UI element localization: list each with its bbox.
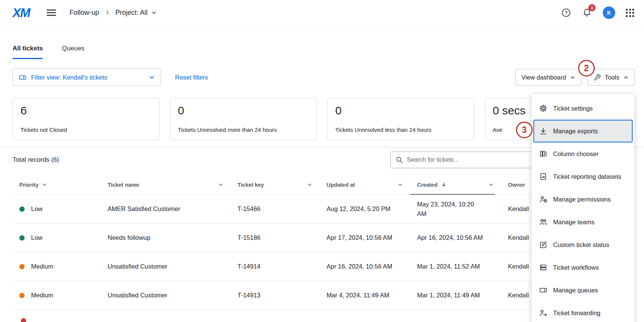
ticket-key: T-14914 bbox=[231, 263, 320, 270]
updated-at: Mar 4, 2024, 11:49 AM bbox=[320, 292, 410, 299]
column-label: Created bbox=[417, 182, 438, 188]
column-header-ticket-key[interactable]: Ticket key bbox=[231, 175, 320, 194]
chevron-down-icon bbox=[42, 182, 47, 187]
page: XM Follow-up Project: All ? 3 K bbox=[0, 0, 644, 322]
stat-value: 0 bbox=[335, 104, 466, 117]
priority-label: Low bbox=[31, 205, 42, 213]
breadcrumb-section[interactable]: Follow-up bbox=[70, 9, 99, 17]
priority-dot bbox=[19, 235, 25, 241]
breadcrumb-project-label: Project: All bbox=[116, 9, 148, 17]
tools-dropdown-menu: Ticket settings Manage exports Column ch… bbox=[531, 94, 635, 322]
filter-view-dropdown[interactable]: Filter view: Kendall's tickets bbox=[13, 69, 161, 86]
annotation-step-3: 3 bbox=[516, 122, 533, 138]
gear-icon bbox=[539, 104, 547, 113]
stat-label: Tickets Unresolved more than 24 hours bbox=[178, 127, 309, 133]
chevron-right-icon bbox=[105, 10, 110, 16]
column-header-ticket-name[interactable]: Ticket name bbox=[101, 175, 231, 194]
controls-row: Filter view: Kendall's tickets Reset fil… bbox=[13, 69, 635, 86]
view-dashboard-label: View dashboard bbox=[521, 74, 566, 81]
svg-text:?: ? bbox=[565, 10, 568, 16]
created-at: Mar 1, 2024, 11:49 AM bbox=[410, 292, 501, 299]
column-header-updated-at[interactable]: Updated at bbox=[320, 175, 410, 194]
help-icon[interactable]: ? bbox=[561, 8, 571, 18]
stat-label: Tickets not Closed bbox=[20, 127, 152, 133]
menu-item-label: Ticket reporting datasets bbox=[553, 173, 621, 180]
menu-item-label: Ticket workflows bbox=[553, 264, 599, 271]
stat-value: 0 bbox=[178, 104, 309, 117]
priority-dot bbox=[21, 318, 26, 322]
tools-button[interactable]: Tools bbox=[588, 69, 635, 86]
menu-item-label: Manage permissions bbox=[553, 196, 611, 203]
menu-item-manage-permissions[interactable]: Manage permissions bbox=[531, 188, 635, 211]
user-avatar[interactable]: K bbox=[603, 6, 615, 19]
tab-all-tickets[interactable]: All tickets bbox=[13, 45, 43, 59]
notifications-bell-icon[interactable]: 3 bbox=[582, 8, 592, 18]
annotation-step-2: 2 bbox=[578, 60, 595, 77]
created-at: Apr 16, 2024, 10:56 AM bbox=[410, 234, 501, 241]
created-at: May 23, 2024, 10:20 AM bbox=[410, 200, 501, 219]
top-bar: XM Follow-up Project: All ? 3 K bbox=[0, 0, 644, 26]
menu-item-custom-ticket-status[interactable]: Custom ticket status bbox=[531, 233, 635, 256]
menu-item-manage-queues[interactable]: Manage queues bbox=[531, 279, 635, 302]
breadcrumb-project-dropdown[interactable]: Project: All bbox=[116, 9, 157, 17]
column-header-priority[interactable]: Priority bbox=[13, 175, 101, 194]
stat-card-not-closed: 6 Tickets not Closed bbox=[13, 98, 159, 140]
ticket-key: T-15466 bbox=[231, 205, 320, 213]
column-label: Priority bbox=[19, 182, 39, 188]
chevron-down-icon bbox=[307, 182, 312, 187]
chevron-down-icon bbox=[398, 182, 403, 187]
menu-item-label: Manage queues bbox=[553, 287, 598, 294]
updated-at: Apr 17, 2024, 10:56 AM bbox=[320, 234, 410, 241]
ticket-icon bbox=[19, 73, 27, 81]
menu-item-manage-teams[interactable]: Manage teams bbox=[531, 211, 635, 233]
stack-icon bbox=[539, 263, 547, 272]
chevron-down-icon bbox=[149, 74, 155, 80]
priority-label: Low bbox=[31, 234, 42, 241]
edit-icon bbox=[539, 241, 547, 249]
menu-item-column-chooser[interactable]: Column chooser bbox=[531, 142, 635, 165]
menu-item-ticket-forwarding[interactable]: Ticket forwarding bbox=[531, 302, 635, 322]
priority-label: Medium bbox=[31, 263, 53, 270]
topbar-actions: ? 3 K bbox=[561, 6, 634, 19]
ticket-name: Unsatisfied Customer bbox=[101, 263, 231, 270]
column-header-created[interactable]: Created bbox=[410, 175, 501, 194]
filter-view-label: Filter view: Kendall's tickets bbox=[31, 74, 107, 81]
menu-item-ticket-settings[interactable]: Ticket settings bbox=[531, 97, 635, 120]
menu-item-label: Ticket settings bbox=[553, 105, 593, 112]
priority-dot bbox=[19, 206, 25, 212]
ticket-icon bbox=[539, 286, 547, 294]
chevron-down-icon bbox=[570, 75, 575, 80]
menu-item-manage-exports[interactable]: Manage exports bbox=[533, 120, 633, 142]
hamburger-menu-icon[interactable] bbox=[47, 8, 56, 17]
tab-bar: All tickets Queues bbox=[13, 45, 631, 59]
stat-card-unresolved-more-24h: 0 Tickets Unresolved more than 24 hours bbox=[170, 98, 317, 140]
column-label: Ticket key bbox=[238, 182, 264, 188]
menu-item-ticket-workflows[interactable]: Ticket workflows bbox=[531, 256, 635, 279]
report-document-icon bbox=[539, 172, 547, 181]
menu-item-label: Manage exports bbox=[553, 128, 598, 135]
person-lock-icon bbox=[539, 195, 547, 203]
download-icon bbox=[539, 127, 547, 135]
search-icon bbox=[395, 156, 403, 164]
stat-value: 6 bbox=[20, 104, 152, 117]
tab-queues[interactable]: Queues bbox=[62, 45, 84, 59]
updated-at: Apr 16, 2024, 10:56 AM bbox=[320, 263, 410, 270]
xm-logo: XM bbox=[13, 6, 30, 20]
people-icon bbox=[539, 218, 547, 226]
ticket-key: T-15186 bbox=[231, 234, 320, 241]
priority-label: Medium bbox=[31, 292, 53, 299]
menu-item-ticket-reporting-datasets[interactable]: Ticket reporting datasets bbox=[531, 165, 635, 188]
view-dashboard-button[interactable]: View dashboard bbox=[515, 69, 581, 86]
notification-count-badge: 3 bbox=[588, 4, 596, 11]
priority-dot bbox=[19, 293, 25, 298]
search-input[interactable] bbox=[407, 156, 539, 163]
columns-icon bbox=[539, 150, 547, 158]
created-at-text: May 23, 2024, 10:20 AM bbox=[417, 200, 483, 219]
stat-label: Tickets Unresolved less than 24 hours bbox=[335, 127, 466, 133]
ticket-key: T-14913 bbox=[231, 292, 320, 299]
stat-card-unresolved-less-24h: 0 Tickets Unresolved less than 24 hours bbox=[327, 98, 474, 140]
app-grid-icon[interactable] bbox=[626, 9, 634, 17]
person-arrow-icon bbox=[539, 309, 547, 317]
search-box[interactable] bbox=[390, 152, 544, 168]
reset-filters-link[interactable]: Reset filters bbox=[175, 74, 208, 81]
